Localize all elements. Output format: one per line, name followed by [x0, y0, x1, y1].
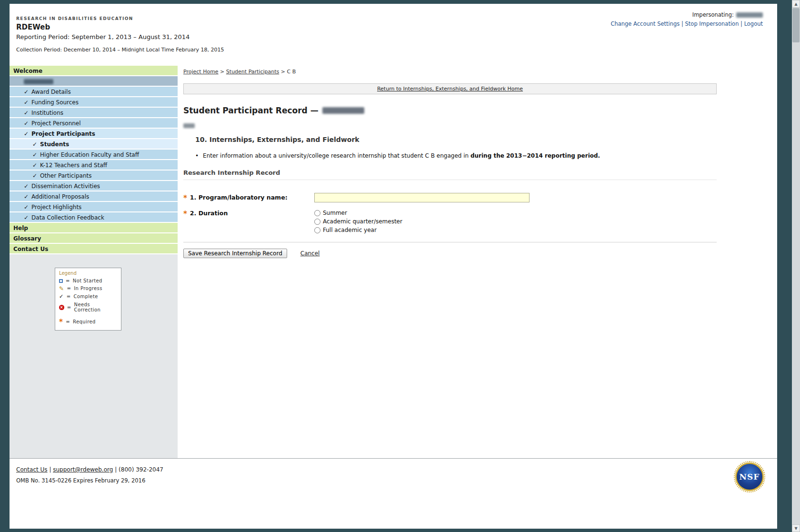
legend-box: Legend =Not Started✎=In Progress✓=Comple… — [55, 268, 121, 331]
check-icon: ✓ — [24, 130, 29, 137]
instruction-bullet: • Enter information about a university/c… — [195, 152, 777, 159]
sidebar-item-label: Funding Sources — [31, 99, 79, 106]
equals-sign: = — [66, 319, 70, 324]
legend-item: ×=Needs Correction — [59, 302, 117, 312]
separator: | — [739, 20, 744, 27]
sidebar: Welcome✓Award Details✓Funding Sources✓In… — [10, 66, 178, 458]
header-link-stop-impersonation[interactable]: Stop Impersonation — [685, 20, 739, 27]
equals-sign: = — [67, 286, 71, 291]
form-row-duration: *2. Duration SummerAcademic quarter/seme… — [183, 209, 777, 234]
sidebar-item-label: Institutions — [31, 110, 63, 116]
scrollbar[interactable]: ▲ ▼ — [792, 0, 800, 532]
legend-items: =Not Started✎=In Progress✓=Complete×=Nee… — [59, 278, 117, 324]
duration-option-academic-quarter-semester[interactable]: Academic quarter/semester — [314, 217, 402, 226]
equals-sign: = — [66, 278, 70, 283]
scroll-down-icon[interactable]: ▼ — [792, 524, 800, 532]
needs-correction-icon: × — [59, 305, 64, 310]
duration-radio[interactable] — [314, 227, 320, 233]
instruction-text-bold: during the 2013−2014 reporting period. — [470, 152, 600, 159]
breadcrumb-item-project-home[interactable]: Project Home — [183, 69, 219, 75]
nsf-logo-text: NSF — [740, 472, 760, 482]
sidebar-item-data-collection-feedback[interactable]: ✓Data Collection Feedback — [10, 212, 178, 223]
header-links: Change Account Settings | Stop Impersona… — [610, 20, 763, 27]
form-actions: Save Research Internship Record Cancel — [183, 249, 777, 258]
form-row-program-name: *1. Program/laboratory name: — [183, 193, 777, 202]
sidebar-item-label: K-12 Teachers and Staff — [40, 162, 107, 169]
duration-option-label: Academic quarter/semester — [323, 218, 402, 225]
legend-item-label: Not Started — [73, 278, 102, 283]
footer-contact-link[interactable]: Contact Us — [16, 466, 48, 473]
cancel-link[interactable]: Cancel — [300, 250, 320, 257]
main-content: Project Home > Student Participants > C … — [178, 66, 777, 458]
body-row: Welcome✓Award Details✓Funding Sources✓In… — [10, 66, 777, 458]
duration-label: *2. Duration — [183, 209, 314, 218]
sidebar-item-additional-proposals[interactable]: ✓Additional Proposals — [10, 191, 178, 202]
sidebar-item-institutions[interactable]: ✓Institutions — [10, 108, 178, 118]
duration-label-text: 2. Duration — [190, 210, 228, 217]
duration-radio[interactable] — [314, 210, 320, 216]
sidebar-item-funding-sources[interactable]: ✓Funding Sources — [10, 97, 178, 108]
sidebar-item-help[interactable]: Help — [10, 223, 178, 233]
impersonating-name-redacted — [736, 12, 763, 18]
sidebar-item-project-highlights[interactable]: ✓Project Highlights — [10, 202, 178, 212]
duration-radio-group: SummerAcademic quarter/semesterFull acad… — [314, 209, 402, 234]
sidebar-item-dissemination-activities[interactable]: ✓Dissemination Activities — [10, 181, 178, 191]
sidebar-item-glossary[interactable]: Glossary — [10, 233, 178, 244]
impersonating-label: Impersonating: — [692, 11, 734, 18]
sidebar-item-award-details[interactable]: ✓Award Details — [10, 87, 178, 97]
sidebar-item-label: Project Participants — [31, 130, 95, 137]
legend-item: ✓=Complete — [59, 293, 117, 300]
sidebar-item-label: Data Collection Feedback — [31, 214, 104, 221]
sidebar-item-label: Additional Proposals — [31, 193, 89, 200]
sidebar-item-label: Award Details — [31, 89, 71, 95]
save-research-internship-record-button[interactable]: Save Research Internship Record — [183, 249, 287, 258]
legend-item-label: In Progress — [74, 286, 102, 291]
page-header: RESEARCH IN DISABILITIES EDUCATION RDEWe… — [10, 4, 777, 66]
sidebar-item-label: Students — [40, 141, 69, 148]
scrollbar-thumb[interactable] — [792, 8, 800, 42]
duration-radio[interactable] — [314, 219, 320, 225]
sidebar-item-other-participants[interactable]: ✓Other Participants — [10, 171, 178, 181]
check-icon: ✓ — [24, 193, 29, 200]
breadcrumb-item-student-participants[interactable]: Student Participants — [226, 69, 279, 75]
duration-option-label: Full academic year — [323, 227, 377, 233]
sidebar-item-project-participants[interactable]: ✓Project Participants — [10, 129, 178, 139]
sidebar-item-higher-education-faculty-and-staff[interactable]: ✓Higher Education Faculty and Staff — [10, 150, 178, 160]
duration-option-full-academic-year[interactable]: Full academic year — [314, 226, 402, 234]
duration-option-label: Summer — [323, 210, 347, 216]
page-title: Student Participant Record — — [183, 106, 777, 115]
sidebar-item-project-personnel[interactable]: ✓Project Personnel — [10, 118, 178, 129]
sidebar-item-k12-teachers-and-staff[interactable]: ✓K-12 Teachers and Staff — [10, 160, 178, 171]
subsection-heading: Research Internship Record — [183, 169, 717, 180]
breadcrumb-separator: > — [279, 69, 287, 75]
check-icon: ✓ — [32, 162, 37, 169]
sidebar-item-award-number[interactable] — [10, 76, 178, 87]
sidebar-item-label: Contact Us — [13, 246, 48, 252]
instruction-text: Enter information about a university/col… — [203, 152, 600, 159]
legend-title: Legend — [59, 271, 117, 276]
header-link-change-account-settings[interactable]: Change Account Settings — [610, 20, 680, 27]
sidebar-item-label: Project Personnel — [31, 120, 81, 127]
duration-option-summer[interactable]: Summer — [314, 209, 402, 217]
check-icon: ✓ — [24, 120, 29, 127]
program-laboratory-name-input[interactable] — [314, 193, 530, 202]
sidebar-item-contact-us[interactable]: Contact Us — [10, 244, 178, 254]
reporting-period: Reporting Period: September 1, 2013 – Au… — [16, 33, 763, 40]
footer-phone: (800) 392-2047 — [119, 466, 163, 473]
sidebar-item-welcome[interactable]: Welcome — [10, 66, 178, 76]
legend-item: ✎=In Progress — [59, 286, 117, 291]
footer-email-link[interactable]: support@rdeweb.org — [53, 466, 113, 473]
legend-item: =Not Started — [59, 278, 117, 283]
sidebar-item-label: Higher Education Faculty and Staff — [40, 151, 139, 158]
student-name-line — [183, 120, 777, 130]
page-title-text: Student Participant Record — — [183, 106, 319, 115]
sidebar-item-students[interactable]: ✓Students — [10, 139, 178, 150]
return-home-link[interactable]: Return to Internships, Externships, and … — [377, 86, 523, 92]
award-number-redacted — [24, 79, 53, 84]
sidebar-item-label: Welcome — [13, 68, 42, 74]
program-name-label: *1. Program/laboratory name: — [183, 193, 314, 202]
bullet-icon: • — [195, 152, 199, 159]
page: RESEARCH IN DISABILITIES EDUCATION RDEWe… — [10, 4, 777, 529]
header-link-logout[interactable]: Logout — [744, 20, 763, 27]
scroll-up-icon[interactable]: ▲ — [792, 0, 800, 8]
